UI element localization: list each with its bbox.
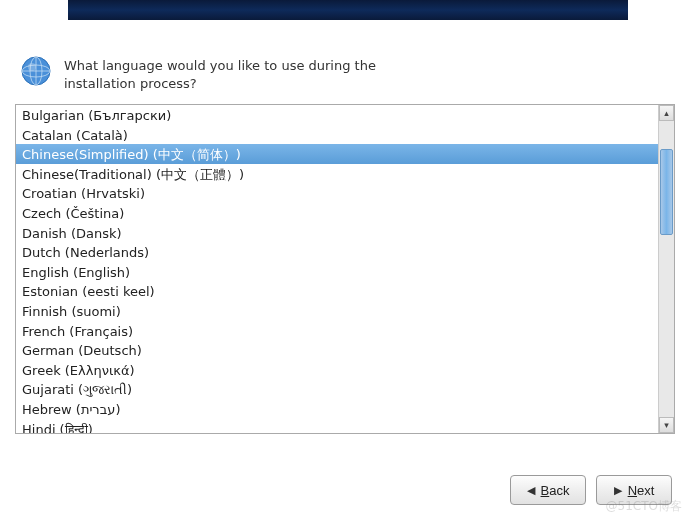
- language-item[interactable]: Danish (Dansk): [16, 223, 658, 243]
- back-arrow-icon: ◀: [527, 484, 535, 497]
- language-item[interactable]: French (Français): [16, 321, 658, 341]
- prompt-line-2: installation process?: [64, 75, 376, 93]
- language-item[interactable]: Finnish (suomi): [16, 301, 658, 321]
- scroll-up-arrow[interactable]: ▴: [659, 105, 674, 121]
- language-item[interactable]: Gujarati (ગુજરાતી): [16, 379, 658, 399]
- language-item[interactable]: Hindi (हिन्दी): [16, 419, 658, 434]
- next-button[interactable]: ▶ Next: [596, 475, 672, 505]
- language-list[interactable]: Bulgarian (Български)Catalan (Català)Chi…: [16, 105, 658, 433]
- next-button-label: Next: [628, 483, 655, 498]
- back-button-label: Back: [541, 483, 570, 498]
- language-list-wrapper: Bulgarian (Български)Catalan (Català)Chi…: [15, 104, 675, 434]
- scroll-thumb[interactable]: [660, 149, 673, 235]
- back-button[interactable]: ◀ Back: [510, 475, 586, 505]
- language-item[interactable]: Chinese(Simplified) (中文（简体）): [16, 144, 658, 164]
- language-item[interactable]: Estonian (eesti keel): [16, 281, 658, 301]
- language-item[interactable]: Hebrew (עברית): [16, 399, 658, 419]
- button-row: ◀ Back ▶ Next: [510, 475, 672, 505]
- svg-point-5: [28, 63, 36, 71]
- scrollbar[interactable]: ▴ ▾: [658, 105, 674, 433]
- scroll-down-arrow[interactable]: ▾: [659, 417, 674, 433]
- language-item[interactable]: Croatian (Hrvatski): [16, 183, 658, 203]
- globe-icon: [20, 55, 52, 87]
- language-item[interactable]: Dutch (Nederlands): [16, 242, 658, 262]
- language-item[interactable]: Czech (Čeština): [16, 203, 658, 223]
- next-arrow-icon: ▶: [614, 484, 622, 497]
- language-item[interactable]: English (English): [16, 262, 658, 282]
- language-item[interactable]: Chinese(Traditional) (中文（正體）): [16, 164, 658, 184]
- prompt-text: What language would you like to use duri…: [64, 55, 376, 92]
- prompt-row: What language would you like to use duri…: [20, 55, 690, 92]
- language-item[interactable]: German (Deutsch): [16, 340, 658, 360]
- language-item[interactable]: Bulgarian (Български): [16, 105, 658, 125]
- header-banner: [68, 0, 628, 20]
- scroll-track[interactable]: [659, 121, 674, 417]
- language-item[interactable]: Greek (Ελληνικά): [16, 360, 658, 380]
- language-item[interactable]: Catalan (Català): [16, 125, 658, 145]
- prompt-line-1: What language would you like to use duri…: [64, 57, 376, 75]
